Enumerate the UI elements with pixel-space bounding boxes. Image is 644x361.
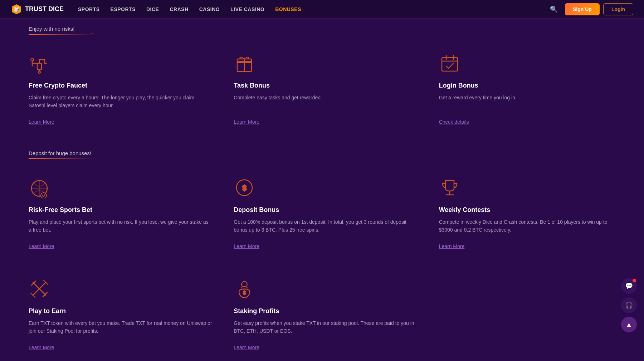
section2-header: Deposit for huge bonuses! <box>29 150 623 159</box>
section2-divider <box>29 158 93 159</box>
staking-learn-more[interactable]: Learn More <box>234 345 259 350</box>
svg-rect-7 <box>442 58 458 71</box>
nav-live-casino[interactable]: LIVE CASINO <box>230 6 264 12</box>
sports-title: Risk-Free Sports Bet <box>29 206 212 214</box>
bonus-card-task: Task Bonus Complete easy tasks and get r… <box>234 45 417 132</box>
deposit-title: Deposit Bonus <box>234 206 417 214</box>
weekly-learn-more[interactable]: Learn More <box>439 243 465 249</box>
chat-icon: 💬 <box>625 282 633 290</box>
svg-text:$: $ <box>243 290 246 296</box>
logo-text: TRUST DICE <box>25 5 64 13</box>
bonus-card-weekly: Weekly Contests Compete in weekly Dice a… <box>439 170 623 257</box>
headphone-icon: 🎧 <box>625 301 633 309</box>
weekly-desc: Compete in weekly Dice and Crash contest… <box>439 218 623 236</box>
login-title: Login Bonus <box>439 82 623 89</box>
bonus-card-login: Login Bonus Get a reward every time you … <box>439 45 623 132</box>
soccer-icon <box>29 177 50 198</box>
weekly-title: Weekly Contests <box>439 206 623 214</box>
chat-badge <box>633 279 636 282</box>
deposit-desc: Get a 100% deposit bonus on 1st deposit.… <box>234 218 417 236</box>
login-button[interactable]: Login <box>603 3 633 15</box>
gift-icon <box>234 53 255 74</box>
login-desc: Get a reward every time you log in. <box>439 94 623 112</box>
chevron-up-icon: ▲ <box>626 321 632 328</box>
section2-tagline: Deposit for huge bonuses! <box>29 150 623 156</box>
faucet-learn-more[interactable]: Learn More <box>29 119 54 125</box>
nav-sports[interactable]: SPORTS <box>78 6 100 12</box>
nav-crash[interactable]: CRASH <box>170 6 188 12</box>
staking-title: Staking Profits <box>234 307 417 315</box>
section1-header: Enjoy with no risks! <box>29 26 623 35</box>
nav-links: SPORTS ESPORTS DICE CRASH CASINO LIVE CA… <box>78 6 550 12</box>
task-desc: Complete easy tasks and get rewarded. <box>234 94 417 112</box>
bonus-grid-2: Risk-Free Sports Bet Play and place your… <box>29 170 623 358</box>
svg-text:$: $ <box>242 183 247 192</box>
section1-tagline: Enjoy with no risks! <box>29 26 623 32</box>
chat-button[interactable]: 💬 <box>621 278 637 294</box>
svg-rect-2 <box>37 63 42 70</box>
faucet-icon <box>29 53 50 74</box>
floating-buttons: 💬 🎧 ▲ <box>621 278 637 332</box>
faucet-title: Free Crypto Faucet <box>29 82 212 89</box>
task-learn-more[interactable]: Learn More <box>234 119 259 125</box>
dollar-circle-icon: $ <box>234 177 255 198</box>
swords-icon <box>29 278 50 300</box>
staking-desc: Get easy profits when you stake TXT in o… <box>234 319 417 337</box>
svg-point-9 <box>41 193 47 198</box>
logo-icon: 🎲 <box>11 4 22 15</box>
nav-dice[interactable]: DICE <box>146 6 159 12</box>
bonus-card-play-earn: Play to Earn Earn TXT token with every b… <box>29 271 212 358</box>
bonus-card-deposit: $ Deposit Bonus Get a 100% deposit bonus… <box>234 170 417 257</box>
bonus-grid-1: Free Crypto Faucet Claim free crypto eve… <box>29 45 623 132</box>
sports-desc: Play and place your first sports bet wit… <box>29 218 212 236</box>
money-bag-icon: $ <box>234 278 255 300</box>
login-check-details[interactable]: Check details <box>439 119 469 125</box>
navbar: 🎲 TRUST DICE SPORTS ESPORTS DICE CRASH C… <box>0 0 644 19</box>
section1-divider <box>29 34 93 35</box>
play-earn-title: Play to Earn <box>29 307 212 315</box>
nav-esports[interactable]: ESPORTS <box>111 6 136 12</box>
signup-button[interactable]: Sign Up <box>565 3 600 15</box>
svg-point-3 <box>38 71 40 73</box>
support-button[interactable]: 🎧 <box>621 297 637 313</box>
play-earn-learn-more[interactable]: Learn More <box>29 345 54 350</box>
bonus-card-faucet: Free Crypto Faucet Claim free crypto eve… <box>29 45 212 132</box>
deposit-learn-more[interactable]: Learn More <box>234 243 259 249</box>
bonus-card-staking: $ Staking Profits Get easy profits when … <box>234 271 417 358</box>
main-content: Enjoy with no risks! Free Crypto Faucet … <box>0 19 644 361</box>
faucet-desc: Claim free crypto every 6 hours! The lon… <box>29 94 212 112</box>
trophy-icon <box>439 177 460 198</box>
sports-learn-more[interactable]: Learn More <box>29 243 54 249</box>
nav-casino[interactable]: CASINO <box>199 6 220 12</box>
nav-buttons: Sign Up Login <box>565 3 633 15</box>
search-icon[interactable]: 🔍 <box>550 5 558 13</box>
svg-text:🎲: 🎲 <box>14 6 20 13</box>
bonus-card-sports: Risk-Free Sports Bet Play and place your… <box>29 170 212 257</box>
logo[interactable]: 🎲 TRUST DICE <box>11 4 64 15</box>
scroll-top-button[interactable]: ▲ <box>621 317 637 332</box>
task-title: Task Bonus <box>234 82 417 89</box>
calendar-check-icon <box>439 53 460 74</box>
play-earn-desc: Earn TXT token with every bet you make. … <box>29 319 212 337</box>
nav-bonuses[interactable]: BONUSES <box>275 6 301 12</box>
